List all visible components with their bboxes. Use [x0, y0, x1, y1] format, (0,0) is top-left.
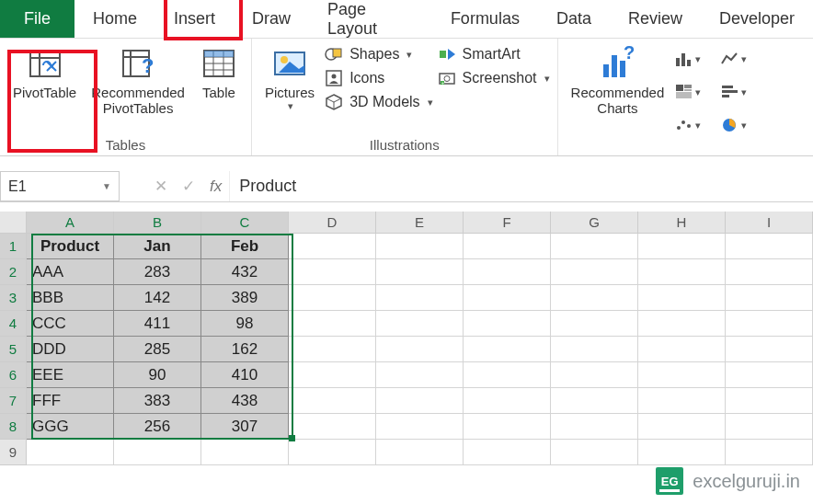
- fx-icon[interactable]: fx: [210, 178, 222, 196]
- cell[interactable]: [289, 285, 376, 311]
- cell[interactable]: [464, 362, 551, 388]
- row-header-3[interactable]: 3: [0, 285, 27, 311]
- hierarchy-chart-button[interactable]: ▾: [675, 81, 701, 103]
- 3dmodels-button[interactable]: 3D Models▾: [324, 92, 432, 112]
- cell[interactable]: [464, 234, 551, 259]
- cell[interactable]: [551, 311, 638, 337]
- cell[interactable]: [376, 311, 464, 337]
- tab-data[interactable]: Data: [538, 0, 610, 38]
- cell[interactable]: [638, 362, 726, 388]
- cell[interactable]: 98: [201, 311, 289, 337]
- cell[interactable]: [376, 259, 464, 285]
- line-chart-button[interactable]: ▾: [721, 48, 747, 70]
- cell[interactable]: [464, 414, 551, 440]
- cell[interactable]: [464, 388, 551, 414]
- cell[interactable]: [289, 234, 376, 259]
- cell[interactable]: Jan: [114, 234, 201, 259]
- cell[interactable]: [638, 311, 726, 337]
- cell[interactable]: [27, 440, 114, 465]
- cell[interactable]: 256: [114, 414, 201, 440]
- tab-formulas[interactable]: Formulas: [432, 0, 538, 38]
- cell[interactable]: 285: [114, 337, 201, 362]
- name-box[interactable]: E1 ▼: [0, 171, 120, 201]
- cell[interactable]: 283: [114, 259, 201, 285]
- cell[interactable]: [551, 337, 638, 362]
- cell[interactable]: [464, 337, 551, 362]
- col-header-E[interactable]: E: [376, 212, 464, 234]
- col-header-A[interactable]: A: [27, 212, 114, 234]
- cell[interactable]: [638, 259, 726, 285]
- cell[interactable]: [289, 388, 376, 414]
- pictures-button[interactable]: Pictures ▾: [258, 40, 322, 116]
- cell[interactable]: [201, 440, 289, 465]
- row-header-7[interactable]: 7: [0, 388, 27, 414]
- cell[interactable]: FFF: [27, 388, 114, 414]
- worksheet-grid[interactable]: A B C D E F G H I 1ProductJanFeb2AAA2834…: [0, 212, 813, 465]
- shapes-button[interactable]: Shapes▾: [324, 44, 432, 64]
- cell[interactable]: AAA: [27, 259, 114, 285]
- cell[interactable]: [289, 362, 376, 388]
- cell[interactable]: [726, 259, 813, 285]
- table-button[interactable]: Table: [192, 40, 246, 104]
- row-header-9[interactable]: 9: [0, 440, 27, 465]
- cell[interactable]: [551, 234, 638, 259]
- recommended-charts-button[interactable]: ? Recommended Charts: [564, 40, 672, 120]
- cell[interactable]: 162: [201, 337, 289, 362]
- cell[interactable]: [289, 311, 376, 337]
- cell[interactable]: [464, 259, 551, 285]
- cell[interactable]: [376, 440, 464, 465]
- cell[interactable]: [638, 234, 726, 259]
- enter-icon[interactable]: ✓: [182, 177, 195, 196]
- cell[interactable]: [376, 337, 464, 362]
- smartart-button[interactable]: SmartArt: [437, 44, 550, 64]
- cell[interactable]: [638, 440, 726, 465]
- cell[interactable]: [551, 388, 638, 414]
- cell[interactable]: [376, 234, 464, 259]
- tab-home[interactable]: Home: [74, 0, 155, 38]
- cell[interactable]: [726, 414, 813, 440]
- row-header-5[interactable]: 5: [0, 337, 27, 362]
- col-header-C[interactable]: C: [201, 212, 289, 234]
- column-chart-button[interactable]: ▾: [675, 48, 701, 70]
- cell[interactable]: Product: [27, 234, 114, 259]
- col-header-G[interactable]: G: [551, 212, 638, 234]
- cell[interactable]: 90: [114, 362, 201, 388]
- cell[interactable]: [638, 285, 726, 311]
- tab-draw[interactable]: Draw: [234, 0, 309, 38]
- row-header-4[interactable]: 4: [0, 311, 27, 337]
- col-header-I[interactable]: I: [726, 212, 813, 234]
- cell[interactable]: GGG: [27, 414, 114, 440]
- cell[interactable]: [638, 388, 726, 414]
- cell[interactable]: [464, 440, 551, 465]
- scatter-chart-button[interactable]: ▾: [675, 114, 701, 136]
- cell[interactable]: [551, 362, 638, 388]
- cell[interactable]: 410: [201, 362, 289, 388]
- cell[interactable]: [638, 414, 726, 440]
- row-header-8[interactable]: 8: [0, 414, 27, 440]
- bar-chart-button[interactable]: ▾: [721, 81, 747, 103]
- cell[interactable]: Feb: [201, 234, 289, 259]
- cell[interactable]: 307: [201, 414, 289, 440]
- cell[interactable]: [726, 337, 813, 362]
- cell[interactable]: [726, 311, 813, 337]
- cell[interactable]: [376, 285, 464, 311]
- screenshot-button[interactable]: + Screenshot▾: [437, 68, 550, 88]
- recommended-pivottables-button[interactable]: ? Recommended PivotTables: [84, 40, 192, 120]
- col-header-H[interactable]: H: [638, 212, 726, 234]
- tab-developer[interactable]: Developer: [701, 0, 813, 38]
- tab-review[interactable]: Review: [610, 0, 701, 38]
- cell[interactable]: 432: [201, 259, 289, 285]
- cell[interactable]: 411: [114, 311, 201, 337]
- cell[interactable]: 438: [201, 388, 289, 414]
- col-header-F[interactable]: F: [464, 212, 551, 234]
- cancel-icon[interactable]: ✕: [155, 177, 167, 196]
- cell[interactable]: [289, 414, 376, 440]
- cell[interactable]: [726, 285, 813, 311]
- cell[interactable]: [551, 414, 638, 440]
- tab-insert[interactable]: Insert: [155, 0, 234, 38]
- tab-file[interactable]: File: [0, 0, 74, 38]
- cell[interactable]: [376, 362, 464, 388]
- cell[interactable]: [376, 414, 464, 440]
- cell[interactable]: [726, 388, 813, 414]
- pie-chart-button[interactable]: ▾: [721, 114, 747, 136]
